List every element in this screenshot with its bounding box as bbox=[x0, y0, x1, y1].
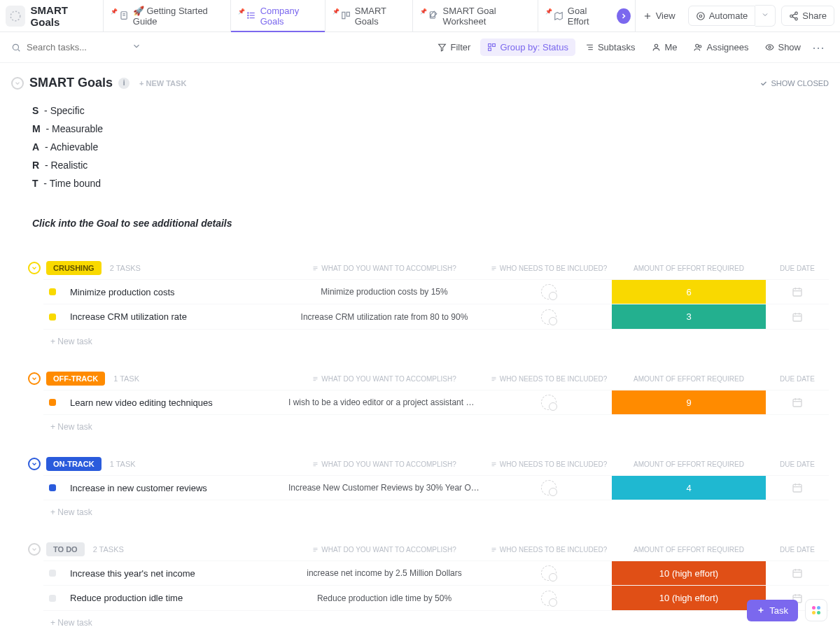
col-accomplish[interactable]: WHAT DO YOU WANT TO ACCOMPLISH? bbox=[283, 460, 486, 468]
task-effort[interactable]: 10 (high effort) bbox=[612, 561, 766, 585]
new-task-fab[interactable]: Task bbox=[747, 600, 798, 621]
task-assignee[interactable] bbox=[486, 309, 612, 325]
task-row[interactable]: Increase in new customer reviewsIncrease… bbox=[43, 475, 829, 500]
status-dot[interactable] bbox=[49, 288, 56, 295]
task-row[interactable]: Reduce production idle timeReduce produc… bbox=[43, 586, 829, 611]
group-header: CRUSHING2 TASKSWHAT DO YOU WANT TO ACCOM… bbox=[11, 261, 829, 275]
col-effort[interactable]: AMOUNT OF EFFORT REQUIRED bbox=[612, 265, 766, 272]
automate-button[interactable]: Automate bbox=[688, 6, 756, 26]
col-accomplish[interactable]: WHAT DO YOU WANT TO ACCOMPLISH? bbox=[283, 546, 486, 554]
task-accomplish[interactable]: Minimize production costs by 15% bbox=[283, 287, 486, 297]
groupby-button[interactable]: Group by: Status bbox=[480, 38, 575, 56]
task-due[interactable] bbox=[766, 568, 829, 579]
task-effort[interactable]: 3 bbox=[612, 304, 766, 329]
tab-goal-effort[interactable]: 📌 Goal Effort bbox=[538, 0, 612, 32]
status-dot[interactable] bbox=[49, 484, 56, 491]
add-view-button[interactable]: View bbox=[635, 0, 682, 32]
more-views-button[interactable] bbox=[617, 8, 631, 24]
subtasks-button[interactable]: Subtasks bbox=[578, 38, 642, 56]
task-name[interactable]: Reduce production idle time bbox=[70, 593, 273, 603]
tab-worksheet[interactable]: 📌 SMART Goal Worksheet bbox=[412, 0, 538, 32]
smart-line: T - Time bound bbox=[32, 174, 829, 192]
collapse-toggle[interactable] bbox=[11, 77, 24, 90]
task-assignee[interactable] bbox=[486, 565, 612, 581]
col-who[interactable]: WHO NEEDS TO BE INCLUDED? bbox=[486, 546, 612, 554]
task-assignee[interactable] bbox=[486, 591, 612, 606]
search-input[interactable] bbox=[27, 42, 132, 52]
map-icon bbox=[554, 10, 564, 22]
status-pill[interactable]: TO DO bbox=[46, 542, 85, 556]
show-button[interactable]: Show bbox=[758, 38, 808, 56]
task-accomplish[interactable]: increase net income by 2.5 Million Dolla… bbox=[283, 568, 486, 578]
group-collapse-toggle[interactable] bbox=[28, 262, 41, 274]
task-row[interactable]: Increase CRM utilization rateIncrease CR… bbox=[43, 304, 829, 330]
tab-smart-goals[interactable]: 📌 SMART Goals bbox=[325, 0, 413, 32]
status-pill[interactable]: CRUSHING bbox=[46, 261, 102, 275]
col-due[interactable]: DUE DATE bbox=[766, 265, 829, 272]
filter-button[interactable]: Filter bbox=[430, 38, 477, 56]
task-accomplish[interactable]: Increase New Customer Reviews by 30% Yea… bbox=[283, 483, 486, 493]
info-icon[interactable]: i bbox=[118, 78, 130, 89]
tab-company-goals[interactable]: 📌 Company Goals bbox=[230, 0, 325, 32]
col-due[interactable]: DUE DATE bbox=[766, 546, 829, 554]
new-task-row[interactable]: + New task bbox=[42, 415, 829, 432]
task-assignee[interactable] bbox=[486, 284, 612, 300]
status-dot[interactable] bbox=[49, 399, 56, 406]
task-effort[interactable]: 6 bbox=[612, 280, 766, 304]
new-task-inline[interactable]: + NEW TASK bbox=[139, 79, 186, 87]
status-dot[interactable] bbox=[49, 314, 56, 320]
task-assignee[interactable] bbox=[486, 480, 612, 495]
me-button[interactable]: Me bbox=[645, 38, 684, 56]
group-collapse-toggle[interactable] bbox=[28, 372, 41, 385]
task-name[interactable]: Increase CRM utilization rate bbox=[70, 311, 273, 322]
task-accomplish[interactable]: Increase CRM utilization rate from 80 to… bbox=[283, 312, 486, 322]
search-caret[interactable] bbox=[132, 41, 147, 53]
apps-fab[interactable] bbox=[805, 599, 827, 621]
task-row[interactable]: Learn new video editing techniquesI wish… bbox=[43, 390, 829, 415]
tab-label: 🚀 Getting Started Guide bbox=[133, 6, 223, 27]
col-who[interactable]: WHO NEEDS TO BE INCLUDED? bbox=[486, 265, 612, 272]
share-button[interactable]: Share bbox=[781, 6, 834, 26]
task-row[interactable]: Increase this year's net incomeincrease … bbox=[43, 561, 829, 586]
assignees-button[interactable]: Assignees bbox=[687, 38, 755, 56]
task-effort[interactable]: 4 bbox=[612, 476, 766, 500]
col-who[interactable]: WHO NEEDS TO BE INCLUDED? bbox=[486, 375, 612, 383]
task-due[interactable] bbox=[766, 311, 829, 323]
page-title: SMART Goals bbox=[31, 4, 94, 28]
task-due[interactable] bbox=[766, 397, 829, 408]
new-task-row[interactable]: + New task bbox=[42, 611, 829, 628]
task-due[interactable] bbox=[766, 482, 829, 493]
group-collapse-toggle[interactable] bbox=[28, 543, 41, 556]
workspace-logo[interactable] bbox=[6, 6, 25, 27]
task-due[interactable] bbox=[766, 286, 829, 297]
status-pill[interactable]: ON-TRACK bbox=[46, 457, 102, 471]
task-name[interactable]: Minimize production costs bbox=[70, 287, 273, 297]
task-name[interactable]: Increase this year's net income bbox=[70, 568, 273, 579]
col-effort[interactable]: AMOUNT OF EFFORT REQUIRED bbox=[612, 460, 766, 468]
task-accomplish[interactable]: I wish to be a video editor or a project… bbox=[283, 397, 486, 407]
col-accomplish[interactable]: WHAT DO YOU WANT TO ACCOMPLISH? bbox=[283, 265, 486, 272]
task-name[interactable]: Increase in new customer reviews bbox=[70, 483, 273, 493]
task-name[interactable]: Learn new video editing techniques bbox=[70, 397, 273, 408]
status-dot[interactable] bbox=[49, 570, 56, 577]
status-pill[interactable]: OFF-TRACK bbox=[46, 372, 105, 386]
task-accomplish[interactable]: Reduce production idle time by 50% bbox=[283, 593, 486, 603]
col-due[interactable]: DUE DATE bbox=[766, 460, 829, 468]
col-accomplish[interactable]: WHAT DO YOU WANT TO ACCOMPLISH? bbox=[283, 375, 486, 383]
col-effort[interactable]: AMOUNT OF EFFORT REQUIRED bbox=[612, 546, 766, 554]
new-task-row[interactable]: + New task bbox=[42, 500, 829, 517]
task-effort[interactable]: 9 bbox=[612, 390, 766, 414]
new-task-row[interactable]: + New task bbox=[42, 330, 829, 346]
show-closed-toggle[interactable]: SHOW CLOSED bbox=[760, 79, 829, 87]
task-effort[interactable]: 10 (high effort) bbox=[612, 586, 766, 610]
col-who[interactable]: WHO NEEDS TO BE INCLUDED? bbox=[486, 460, 612, 468]
tab-getting-started[interactable]: 📌 🚀 Getting Started Guide bbox=[103, 0, 230, 32]
task-row[interactable]: Minimize production costsMinimize produc… bbox=[43, 279, 829, 304]
automate-caret[interactable] bbox=[755, 5, 776, 27]
col-due[interactable]: DUE DATE bbox=[766, 375, 829, 383]
more-menu[interactable]: ⋯ bbox=[808, 40, 829, 55]
task-assignee[interactable] bbox=[486, 395, 612, 410]
status-dot[interactable] bbox=[49, 595, 56, 602]
col-effort[interactable]: AMOUNT OF EFFORT REQUIRED bbox=[612, 375, 766, 383]
group-collapse-toggle[interactable] bbox=[28, 458, 41, 470]
